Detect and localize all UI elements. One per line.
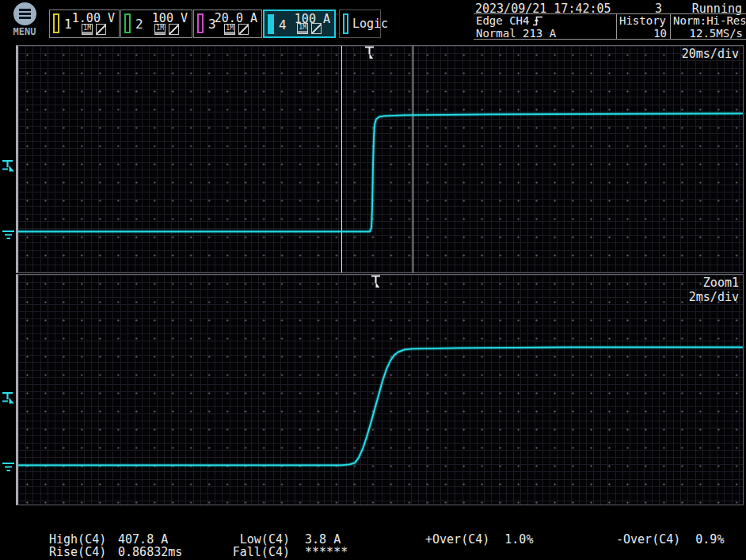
main-timebase-label: 20ms/div — [682, 47, 739, 61]
coupling-icon — [169, 24, 179, 35]
channel-number: 1 — [64, 17, 72, 32]
channel-number: 4 — [279, 17, 287, 32]
trigger-position-icon[interactable] — [371, 275, 381, 289]
impedance-icon: 1M — [224, 24, 235, 35]
waveform-ch4-zoom — [18, 275, 743, 505]
history-cell[interactable]: History 10 — [616, 14, 670, 39]
zoom-timebase-label: 2ms/div — [689, 290, 739, 304]
measurement-value: 0.9% — [695, 532, 724, 547]
measurement-label: Rise(C4) — [49, 545, 103, 559]
trigger-info-box: Edge CH4 Normal 213 A History 10 Norm:Hi… — [474, 13, 746, 40]
coupling-icon — [238, 24, 249, 35]
trigger-mode: Normal 213 A — [476, 27, 556, 40]
menu-button[interactable]: MENU — [6, 1, 43, 39]
menu-button-label: MENU — [6, 26, 43, 37]
hamburger-icon — [13, 2, 36, 25]
channel-number: 2 — [135, 17, 143, 32]
waveform-ch4-main — [18, 46, 743, 272]
ground-level-icon[interactable] — [2, 229, 15, 241]
measurement-fall: Fall(C4) ****** — [230, 545, 348, 559]
coupling-icon — [311, 23, 322, 34]
channel-box-4-selected[interactable]: 4 100 A 1M — [263, 10, 336, 38]
impedance-icon: 1M — [154, 24, 166, 35]
coupling-icon — [96, 24, 106, 35]
channel-box-3[interactable]: 3 20.0 A 1M — [193, 10, 262, 38]
channel-4-bracket-icon — [268, 14, 274, 34]
impedance-icon: 1M — [82, 24, 93, 35]
channel-2-bracket-icon — [124, 13, 131, 33]
measurement-value: ****** — [305, 545, 348, 559]
channel-1-bracket-icon — [53, 13, 59, 33]
measurement-value: 0.86832ms — [118, 545, 182, 559]
trigger-settings-cell[interactable]: Edge CH4 Normal 213 A — [474, 14, 616, 39]
trigger-position-icon[interactable] — [364, 46, 375, 60]
channel-3-bracket-icon — [197, 13, 204, 33]
logic-channel-box[interactable]: Logic — [339, 10, 381, 38]
trigger-level-icon[interactable] — [2, 391, 15, 406]
measurement-neg-over: -Over(C4) 0.9% — [616, 532, 724, 547]
logic-label: Logic — [352, 17, 388, 31]
logic-bracket-icon — [343, 13, 348, 34]
zoom-graticule: Zoom1 2ms/div — [16, 274, 744, 505]
channel-box-2[interactable]: 2 100 V 1M — [120, 10, 192, 38]
measurement-pos-over: +Over(C4) 1.0% — [425, 532, 533, 547]
sample-rate: 12.5MS/s — [690, 27, 743, 40]
zoom-title: Zoom1 — [703, 276, 739, 290]
record-mode-cell[interactable]: Norm:Hi-Res 12.5MS/s — [670, 14, 746, 39]
measurement-label: -Over(C4) — [616, 532, 680, 547]
measurement-value: 1.0% — [504, 532, 533, 547]
impedance-icon: 1M — [297, 23, 308, 34]
measurement-label: Fall(C4) — [230, 545, 290, 559]
main-graticule: 20ms/div — [16, 45, 744, 273]
trigger-type: Edge CH4 — [476, 14, 529, 27]
history-label: History — [619, 14, 666, 27]
trigger-level-icon[interactable] — [2, 159, 15, 174]
rising-edge-icon — [532, 15, 544, 26]
measurement-rise: Rise(C4) 0.86832ms — [49, 545, 182, 559]
acquisition-mode: Norm:Hi-Res — [673, 14, 746, 27]
measurement-label: +Over(C4) — [425, 532, 489, 547]
channel-box-1[interactable]: 1 1.00 V 1M — [49, 10, 120, 38]
ground-level-icon[interactable] — [2, 461, 15, 473]
history-count: 10 — [653, 27, 667, 40]
